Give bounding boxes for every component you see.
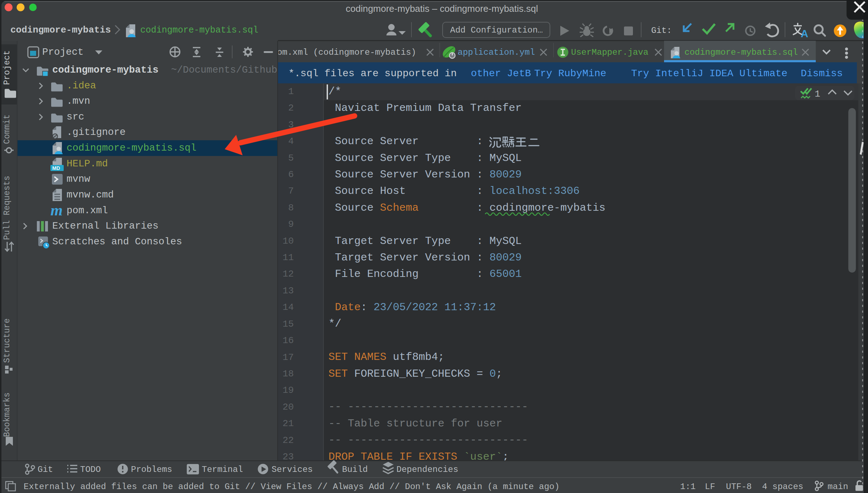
- svg-text:MD: MD: [52, 165, 60, 171]
- svg-text:A: A: [801, 28, 808, 39]
- svg-text:m: m: [50, 201, 63, 219]
- svg-text:1: 1: [815, 89, 820, 99]
